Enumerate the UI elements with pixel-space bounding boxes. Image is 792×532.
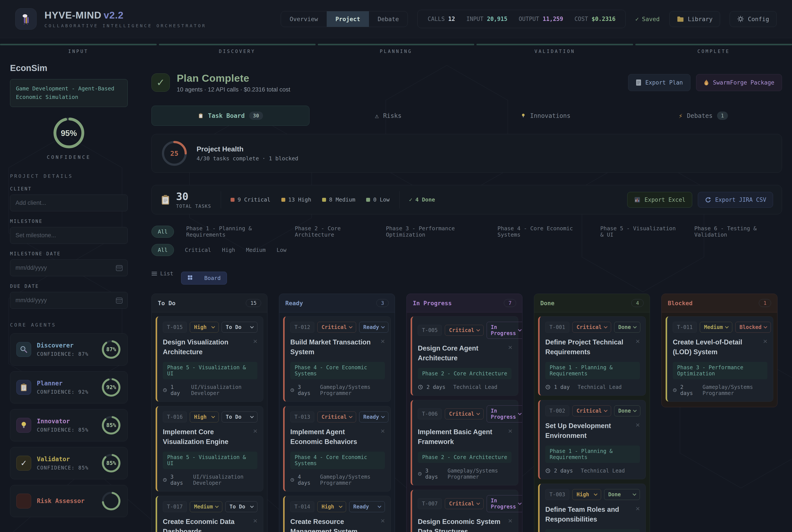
status-select[interactable]: In Progress xyxy=(487,495,523,512)
task-title: Design Economic System Data Structures xyxy=(418,517,508,532)
status-select[interactable]: Ready xyxy=(349,501,385,512)
phase-filter-1[interactable]: Phase 1 - Planning & Requirements xyxy=(186,225,283,238)
tab-task-board[interactable]: Task Board 30 xyxy=(151,106,309,126)
status-select[interactable]: Done xyxy=(614,405,640,416)
calendar-icon[interactable] xyxy=(115,297,123,304)
priority-select[interactable]: Critical xyxy=(445,498,484,509)
phase-filter-5[interactable]: Phase 5 - Visualization & UI xyxy=(600,225,682,238)
clock-icon xyxy=(418,384,423,390)
client-input[interactable] xyxy=(10,194,128,211)
agent-card-validator[interactable]: ✓ Validator CONFIDENCE: 85% 85% xyxy=(10,447,128,479)
tab-debates[interactable]: ⚡ Debates 1 xyxy=(624,106,782,126)
close-icon[interactable]: × xyxy=(636,338,640,357)
task-card[interactable]: T-017 Medium To Do Create Economic Data … xyxy=(156,496,263,532)
priority-select[interactable]: Medium xyxy=(190,501,222,512)
task-card[interactable]: T-006 Critical In Progress Implement Bas… xyxy=(411,400,518,486)
task-card[interactable]: T-015 High To Do Design Visualization Ar… xyxy=(156,316,263,402)
status-select[interactable]: In Progress xyxy=(487,322,523,339)
agent-card-risk-assessor[interactable]: Risk Assessor xyxy=(10,485,128,517)
tab-innovations[interactable]: Innovations xyxy=(467,106,625,126)
priority-select[interactable]: High xyxy=(317,501,346,512)
export-jira-csv-button[interactable]: Export JIRA CSV xyxy=(698,192,773,208)
status-select[interactable]: Blocked xyxy=(735,322,771,332)
status-select[interactable]: Done xyxy=(614,322,640,332)
task-card[interactable]: T-014 High Ready Create Resource Managem… xyxy=(283,496,391,532)
agent-card-planner[interactable]: Planner CONFIDENCE: 92% 92% xyxy=(10,371,128,403)
status-select[interactable]: To Do xyxy=(225,501,258,512)
tab-risks[interactable]: ⚠ Risks xyxy=(309,106,467,126)
board-view-button[interactable]: Board xyxy=(181,272,227,285)
priority-select[interactable]: Critical xyxy=(445,325,484,336)
priority-select[interactable]: High xyxy=(572,489,601,500)
task-card[interactable]: T-016 High To Do Implement Core Visualiz… xyxy=(156,406,263,492)
config-button[interactable]: Config xyxy=(730,11,777,27)
swarmforge-package-button[interactable]: SwarmForge Package xyxy=(696,74,782,91)
priority-filter-all[interactable]: All xyxy=(151,244,174,256)
phase-filter-all[interactable]: All xyxy=(151,226,174,238)
task-card[interactable]: T-013 Critical Ready Implement Agent Eco… xyxy=(283,406,391,492)
priority-filter-low[interactable]: Low xyxy=(277,247,286,253)
priority-select[interactable]: Critical xyxy=(572,405,611,416)
library-button[interactable]: Library xyxy=(669,11,720,27)
close-icon[interactable]: × xyxy=(636,421,640,441)
list-view-button[interactable]: List xyxy=(151,270,173,277)
close-icon[interactable]: × xyxy=(380,427,385,447)
status-select[interactable]: To Do xyxy=(222,412,258,422)
calendar-icon[interactable] xyxy=(115,264,123,271)
priority-filter-medium[interactable]: Medium xyxy=(246,247,266,253)
task-card[interactable]: T-011 Medium Blocked Create Level-of-Det… xyxy=(665,316,773,402)
status-select[interactable]: To Do xyxy=(222,322,258,332)
priority-select[interactable]: Medium xyxy=(700,322,732,332)
agent-card-discoverer[interactable]: Discoverer CONFIDENCE: 87% 87% xyxy=(10,333,128,365)
due-date-input[interactable] xyxy=(10,292,128,309)
task-card[interactable]: T-001 Critical Done Define Project Techn… xyxy=(538,316,646,396)
export-plan-button[interactable]: Export Plan xyxy=(628,74,691,91)
priority-select[interactable]: Critical xyxy=(317,412,356,422)
close-icon[interactable]: × xyxy=(636,505,640,525)
nav-project[interactable]: Project xyxy=(327,11,369,27)
close-icon[interactable]: × xyxy=(253,338,258,357)
priority-select[interactable]: Critical xyxy=(572,322,611,332)
close-icon[interactable]: × xyxy=(508,517,512,532)
close-icon[interactable]: × xyxy=(508,427,512,447)
close-icon[interactable]: × xyxy=(380,338,385,357)
close-icon[interactable]: × xyxy=(380,517,385,532)
phase-filter-3[interactable]: Phase 3 - Performance Optimization xyxy=(386,225,485,238)
priority-filter-high[interactable]: High xyxy=(222,247,235,253)
export-excel-button[interactable]: Export Excel xyxy=(627,192,692,208)
task-id: T-012 xyxy=(290,322,314,332)
status-select[interactable]: Done xyxy=(604,489,640,500)
task-card[interactable]: T-002 Critical Done Set Up Development E… xyxy=(538,400,646,479)
close-icon[interactable]: × xyxy=(763,338,767,357)
milestone-input[interactable] xyxy=(10,227,128,244)
close-icon[interactable]: × xyxy=(508,344,512,363)
task-card[interactable]: T-012 Critical Ready Build Market Transa… xyxy=(283,316,391,402)
agent-card-innovator[interactable]: Innovator CONFIDENCE: 85% 85% xyxy=(10,409,128,441)
task-card[interactable]: T-005 Critical In Progress Design Core A… xyxy=(411,316,518,396)
phase-filter-2[interactable]: Phase 2 - Core Architecture xyxy=(295,225,374,238)
priority-select[interactable]: High xyxy=(190,412,219,422)
status-select[interactable]: Ready xyxy=(359,322,389,332)
folder-icon xyxy=(677,16,684,22)
task-card[interactable]: T-003 High Done Define Team Roles and Re… xyxy=(538,483,646,532)
close-icon[interactable]: × xyxy=(253,517,258,532)
priority-select[interactable]: High xyxy=(190,322,219,332)
priority-select[interactable]: Critical xyxy=(445,408,484,419)
phase-filter-4[interactable]: Phase 4 - Core Economic Systems xyxy=(497,225,588,238)
task-title: Design Core Agent Architecture xyxy=(418,344,508,363)
phase-filter-6[interactable]: Phase 6 - Testing & Validation xyxy=(694,225,782,238)
clock-icon xyxy=(290,387,294,393)
status-select[interactable]: In Progress xyxy=(487,405,523,422)
status-select[interactable]: Ready xyxy=(359,412,389,422)
priority-select[interactable]: Critical xyxy=(317,322,356,332)
agent-name: Risk Assessor xyxy=(37,497,95,505)
close-icon[interactable]: × xyxy=(253,427,258,447)
warning-icon: ⚠ xyxy=(375,112,379,120)
stage-complete: COMPLETE xyxy=(635,44,792,54)
nav-debate[interactable]: Debate xyxy=(369,11,408,27)
nav-overview[interactable]: Overview xyxy=(281,11,327,27)
milestone-date-input[interactable] xyxy=(10,260,128,276)
priority-filter-critical[interactable]: Critical xyxy=(185,247,211,253)
main-nav: Overview Project Debate xyxy=(281,11,408,27)
task-card[interactable]: T-007 Critical In Progress Design Econom… xyxy=(411,490,518,532)
